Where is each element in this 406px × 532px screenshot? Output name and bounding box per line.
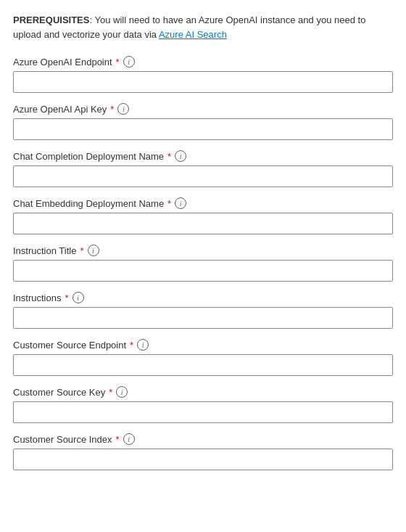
label-customer-source-index: Customer Source Index *i: [13, 433, 393, 445]
info-icon-customer-source-index[interactable]: i: [123, 433, 135, 445]
label-chat-embedding-deployment-name: Chat Embedding Deployment Name *i: [13, 197, 393, 209]
info-icon-azure-openai-endpoint[interactable]: i: [123, 56, 135, 67]
info-icon-azure-openai-api-key[interactable]: i: [117, 103, 129, 115]
info-icon-customer-source-key[interactable]: i: [116, 386, 128, 398]
input-chat-embedding-deployment-name[interactable]: [13, 213, 393, 234]
azure-ai-search-link[interactable]: Azure AI Search: [159, 29, 227, 40]
required-marker-customer-source-key: *: [109, 387, 112, 398]
label-text-customer-source-endpoint: Customer Source Endpoint: [13, 340, 126, 351]
input-customer-source-index[interactable]: [13, 449, 393, 470]
input-customer-source-key[interactable]: [13, 401, 393, 423]
input-azure-openai-api-key[interactable]: [13, 118, 393, 140]
prerequisites-section: PREREQUISITES: You will need to have an …: [13, 13, 393, 41]
label-text-customer-source-index: Customer Source Index: [13, 434, 112, 445]
field-group-customer-source-endpoint: Customer Source Endpoint *i: [13, 339, 393, 376]
label-instruction-title: Instruction Title *i: [13, 245, 393, 256]
field-group-instruction-title: Instruction Title *i: [13, 245, 393, 282]
form-container: Azure OpenAI Endpoint *iAzure OpenAI Api…: [13, 56, 393, 470]
label-azure-openai-api-key: Azure OpenAI Api Key *i: [13, 103, 393, 115]
info-icon-customer-source-endpoint[interactable]: i: [137, 339, 149, 351]
required-marker-azure-openai-endpoint: *: [116, 57, 120, 67]
field-group-azure-openai-api-key: Azure OpenAI Api Key *i: [13, 103, 393, 140]
info-icon-instruction-title[interactable]: i: [88, 245, 99, 256]
field-group-customer-source-index: Customer Source Index *i: [13, 433, 393, 470]
label-instructions: Instructions *i: [13, 292, 393, 303]
info-icon-chat-completion-deployment-name[interactable]: i: [175, 150, 186, 162]
input-azure-openai-endpoint[interactable]: [13, 71, 393, 93]
label-text-instruction-title: Instruction Title: [13, 245, 76, 256]
label-chat-completion-deployment-name: Chat Completion Deployment Name *i: [13, 150, 393, 162]
label-text-customer-source-key: Customer Source Key: [13, 387, 105, 398]
required-marker-chat-embedding-deployment-name: *: [167, 198, 171, 209]
field-group-customer-source-key: Customer Source Key *i: [13, 386, 393, 423]
info-icon-chat-embedding-deployment-name[interactable]: i: [175, 197, 186, 209]
label-customer-source-key: Customer Source Key *i: [13, 386, 393, 398]
input-customer-source-endpoint[interactable]: [13, 354, 393, 376]
field-group-azure-openai-endpoint: Azure OpenAI Endpoint *i: [13, 56, 393, 93]
info-icon-instructions[interactable]: i: [72, 292, 84, 303]
label-text-azure-openai-api-key: Azure OpenAI Api Key: [13, 104, 107, 115]
label-text-instructions: Instructions: [13, 292, 61, 303]
label-text-chat-embedding-deployment-name: Chat Embedding Deployment Name: [13, 198, 164, 209]
field-group-instructions: Instructions *i: [13, 292, 393, 329]
required-marker-chat-completion-deployment-name: *: [167, 151, 171, 162]
label-customer-source-endpoint: Customer Source Endpoint *i: [13, 339, 393, 351]
required-marker-instruction-title: *: [80, 245, 83, 256]
required-marker-customer-source-index: *: [116, 434, 120, 445]
required-marker-azure-openai-api-key: *: [110, 104, 114, 115]
label-azure-openai-endpoint: Azure OpenAI Endpoint *i: [13, 56, 393, 67]
prerequisites-bold: PREREQUISITES: [13, 15, 89, 25]
input-chat-completion-deployment-name[interactable]: [13, 165, 393, 187]
label-text-chat-completion-deployment-name: Chat Completion Deployment Name: [13, 151, 164, 162]
required-marker-instructions: *: [65, 292, 68, 303]
field-group-chat-embedding-deployment-name: Chat Embedding Deployment Name *i: [13, 197, 393, 234]
required-marker-customer-source-endpoint: *: [130, 340, 133, 351]
field-group-chat-completion-deployment-name: Chat Completion Deployment Name *i: [13, 150, 393, 187]
label-text-azure-openai-endpoint: Azure OpenAI Endpoint: [13, 57, 112, 67]
input-instructions[interactable]: [13, 307, 393, 329]
input-instruction-title[interactable]: [13, 260, 393, 282]
